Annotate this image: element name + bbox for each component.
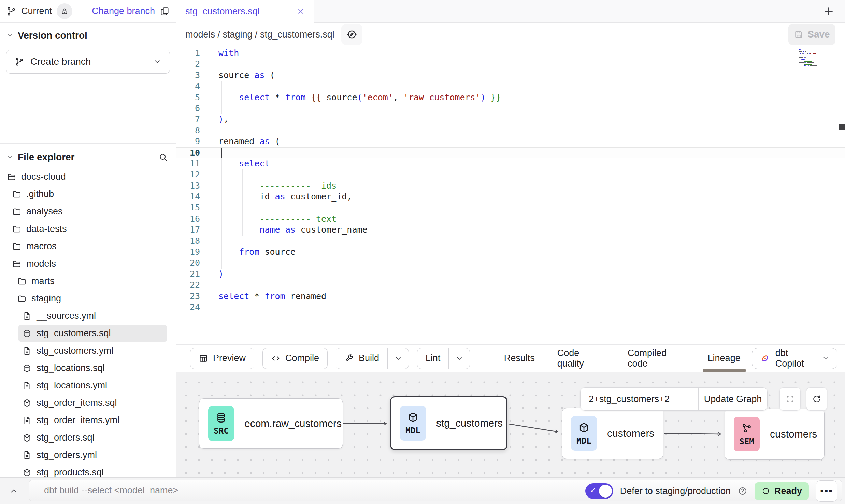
new-tab-button[interactable]: [821, 4, 836, 19]
fullscreen-button[interactable]: [779, 387, 801, 411]
file-tree-item-stg-customers-yml[interactable]: stg_customers.yml: [18, 342, 167, 359]
code-line-15[interactable]: 15: [176, 202, 845, 213]
tab-results[interactable]: Results: [493, 345, 546, 372]
file-explorer-header[interactable]: File explorer: [0, 150, 176, 164]
file-tree-item-stg-locations-yml[interactable]: stg_locations.yml: [18, 377, 167, 394]
save-button[interactable]: Save: [788, 24, 835, 45]
chevron-down-icon: [6, 32, 14, 39]
close-icon[interactable]: [296, 7, 305, 16]
code-line-19[interactable]: 19 from source: [176, 247, 845, 257]
build-split-button: Build: [336, 348, 409, 369]
create-branch-button[interactable]: Create branch: [6, 50, 145, 73]
copy-icon[interactable]: [160, 6, 170, 16]
code-line-6[interactable]: 6: [176, 103, 845, 114]
build-button[interactable]: Build: [336, 348, 387, 369]
change-branch-link[interactable]: Change branch: [92, 6, 155, 16]
code-line-21[interactable]: 21): [176, 269, 845, 280]
folder-icon: [12, 207, 22, 217]
compile-button[interactable]: Compile: [262, 348, 328, 369]
code-line-9[interactable]: 9renamed as (: [176, 136, 845, 147]
file-tree-item-marts[interactable]: marts: [13, 272, 167, 290]
create-branch-dropdown[interactable]: [145, 50, 170, 73]
more-options-button[interactable]: •••: [816, 480, 837, 502]
line-number: 9: [176, 136, 209, 147]
file-tree-item-docs-cloud[interactable]: docs-cloud: [3, 168, 167, 186]
code-line-12[interactable]: 12: [176, 169, 845, 180]
code-line-14[interactable]: 14 id as customer_id,: [176, 191, 845, 202]
lineage-node-src-ecom-raw-customers[interactable]: SRCecom.raw_customers: [199, 398, 343, 449]
version-control-header[interactable]: Version control: [6, 30, 170, 41]
file-tree-item-stg-order-items-yml[interactable]: stg_order_items.yml: [18, 412, 167, 429]
collapse-panel-button[interactable]: [5, 483, 23, 500]
file-tree-item--github[interactable]: .github: [8, 186, 167, 203]
file-tree-item-stg-products-sql[interactable]: stg_products.sql: [18, 464, 167, 477]
chevron-down-icon: [6, 153, 14, 161]
tab-compiled-code[interactable]: Compiled code: [616, 345, 696, 372]
search-icon[interactable]: [158, 152, 168, 162]
dbt-copilot-logo-icon: [760, 353, 771, 364]
code-line-8[interactable]: 8: [176, 125, 845, 136]
git-branch-icon: [15, 57, 24, 66]
text-cursor: [221, 148, 222, 158]
code-line-23[interactable]: 23select * from renamed: [176, 291, 845, 302]
file-name: stg_orders.yml: [37, 450, 97, 460]
file-tree-item-stg-customers-sql[interactable]: stg_customers.sql: [18, 325, 167, 342]
fullscreen-icon: [785, 394, 795, 404]
refresh-button[interactable]: [806, 387, 827, 411]
code-line-20[interactable]: 20: [176, 257, 845, 268]
file-tree-item-stg-order-items-sql[interactable]: stg_order_items.sql: [18, 394, 167, 412]
code-line-11[interactable]: 11 select: [176, 158, 845, 169]
lineage-node-mdl-stg-customers[interactable]: MDLstg_customers: [390, 396, 507, 450]
code-line-7[interactable]: 7),: [176, 114, 845, 125]
help-icon[interactable]: [737, 486, 748, 496]
node-type-badge: MDL: [400, 406, 426, 441]
code-line-2[interactable]: 2: [176, 59, 845, 70]
lineage-selector-input[interactable]: [581, 388, 698, 410]
lineage-node-sem-customers[interactable]: SEMcustomers: [725, 409, 825, 460]
database-icon: [215, 412, 227, 424]
lint-button[interactable]: Lint: [417, 348, 449, 369]
ide-status-badge[interactable]: Ready: [755, 482, 809, 500]
build-dropdown[interactable]: [388, 348, 409, 369]
open-in-explorer-button[interactable]: [341, 24, 362, 45]
code-line-24[interactable]: 24: [176, 302, 845, 313]
file-tree-item-analyses[interactable]: analyses: [8, 203, 167, 220]
update-graph-button[interactable]: Update Graph: [699, 388, 767, 410]
scrollbar-thumb[interactable]: [839, 124, 845, 130]
file-tree-item-staging[interactable]: staging: [13, 290, 167, 307]
file-tree-item-models[interactable]: models: [8, 255, 167, 272]
code-editor[interactable]: 1with23source as (45 select * from {{ so…: [176, 46, 845, 344]
code-line-1[interactable]: 1with: [176, 48, 845, 59]
file-tree-item-data-tests[interactable]: data-tests: [8, 220, 167, 238]
chevron-down-icon: [822, 355, 830, 362]
code-line-10[interactable]: 10: [176, 147, 845, 158]
lint-dropdown[interactable]: [449, 348, 470, 369]
code-line-17[interactable]: 17 name as customer_name: [176, 224, 845, 235]
preview-button[interactable]: Preview: [190, 348, 254, 369]
code-line-5[interactable]: 5 select * from {{ source('ecom', 'raw_c…: [176, 92, 845, 103]
code-line-18[interactable]: 18: [176, 236, 845, 247]
model-cube-icon: [22, 398, 32, 408]
code-line-16[interactable]: 16 ---------- text: [176, 213, 845, 224]
file-tree-item-stg-orders-sql[interactable]: stg_orders.sql: [18, 429, 167, 446]
tab-code-quality[interactable]: Code quality: [546, 345, 616, 372]
file-tree-item-stg-orders-yml[interactable]: stg_orders.yml: [18, 446, 167, 464]
table-icon: [199, 354, 208, 363]
lineage-node-mdl-customers[interactable]: MDLcustomers: [562, 408, 663, 459]
line-number: 7: [176, 114, 209, 125]
code-line-4[interactable]: 4: [176, 81, 845, 92]
tab-stg-customers-sql[interactable]: stg_customers.sql: [176, 0, 314, 23]
code-line-13[interactable]: 13 ---------- ids: [176, 180, 845, 191]
code-line-3[interactable]: 3source as (: [176, 70, 845, 81]
file-tree-item--sources-yml[interactable]: __sources.yml: [18, 307, 167, 325]
git-branch-icon: [6, 6, 16, 16]
file-tree-item-stg-locations-sql[interactable]: stg_locations.sql: [18, 359, 167, 377]
tab-lineage[interactable]: Lineage: [697, 345, 752, 372]
lineage-canvas[interactable]: SRCecom.raw_customersMDLstg_customersMDL…: [176, 372, 845, 477]
code-line-22[interactable]: 22: [176, 280, 845, 291]
defer-toggle[interactable]: ✓: [585, 483, 613, 499]
file-tree-item-macros[interactable]: macros: [8, 238, 167, 255]
chevron-up-icon: [9, 487, 18, 495]
line-number: 15: [176, 202, 209, 213]
dbt-copilot-button[interactable]: dbt Copilot: [752, 348, 837, 369]
